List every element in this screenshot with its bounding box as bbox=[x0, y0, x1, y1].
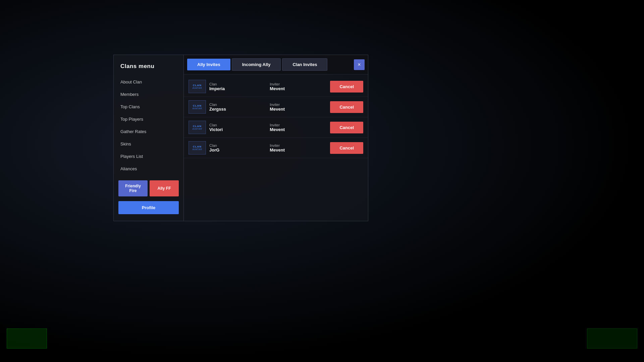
clan-avatar-text-avatar-4: AVATAR bbox=[193, 148, 202, 150]
clan-row: CLAN AVATAR Clan Zergsss Inviter Mevent … bbox=[184, 97, 368, 117]
friendly-fire-button[interactable]: Friendly Fire bbox=[118, 180, 148, 196]
inviter-info-4: Inviter Mevent bbox=[270, 143, 327, 153]
inviter-label-4: Inviter bbox=[270, 143, 327, 147]
clan-avatar-text-avatar-1: AVATAR bbox=[193, 87, 202, 89]
clan-avatar-text-avatar-3: AVATAR bbox=[193, 128, 202, 130]
close-button[interactable]: × bbox=[354, 59, 365, 70]
clan-info-3: Clan Victori bbox=[209, 123, 266, 132]
sidebar-item-about-clan[interactable]: About Clan bbox=[114, 76, 183, 88]
sidebar-item-top-players[interactable]: Top Players bbox=[114, 113, 183, 125]
sidebar-toggle-buttons: Friendly Fire Ally FF bbox=[114, 175, 183, 200]
inviter-label-1: Inviter bbox=[270, 82, 327, 86]
sidebar-item-aliances[interactable]: Aliances bbox=[114, 163, 183, 175]
sidebar: Clans menu About Clan Members Top Clans … bbox=[113, 55, 184, 221]
clan-info-name-4: JorG bbox=[209, 147, 266, 153]
inviter-name-2: Mevent bbox=[270, 107, 327, 112]
main-panel: Ally Invites Incoming Ally Clan Invites … bbox=[184, 55, 368, 221]
inviter-info-3: Inviter Mevent bbox=[270, 123, 327, 132]
clan-info-name-3: Victori bbox=[209, 127, 266, 132]
inviter-name-4: Mevent bbox=[270, 147, 327, 153]
inviter-label-2: Inviter bbox=[270, 103, 327, 107]
clan-avatar-text-clan-4: CLAN bbox=[193, 145, 202, 148]
clans-modal: Clans menu About Clan Members Top Clans … bbox=[113, 55, 368, 221]
content-area: CLAN AVATAR Clan Imperia Inviter Mevent … bbox=[184, 74, 368, 221]
clan-row: CLAN AVATAR Clan Imperia Inviter Mevent … bbox=[184, 76, 368, 97]
clan-info-4: Clan JorG bbox=[209, 143, 266, 153]
clan-row: CLAN AVATAR Clan Victori Inviter Mevent … bbox=[184, 117, 368, 138]
tab-clan-invites[interactable]: Clan Invites bbox=[282, 58, 327, 71]
tabs-header: Ally Invites Incoming Ally Clan Invites … bbox=[184, 55, 368, 74]
cancel-button-2[interactable]: Cancel bbox=[330, 101, 363, 113]
sidebar-item-members[interactable]: Members bbox=[114, 88, 183, 101]
tab-incoming-ally[interactable]: Incoming Ally bbox=[232, 58, 281, 71]
cancel-button-3[interactable]: Cancel bbox=[330, 122, 363, 133]
cancel-button-1[interactable]: Cancel bbox=[330, 81, 363, 93]
clan-avatar-4: CLAN AVATAR bbox=[189, 141, 206, 155]
sidebar-title: Clans menu bbox=[114, 62, 183, 76]
clan-avatar-3: CLAN AVATAR bbox=[189, 121, 206, 134]
inviter-info-1: Inviter Mevent bbox=[270, 82, 327, 91]
clan-info-label-4: Clan bbox=[209, 143, 266, 147]
tab-ally-invites[interactable]: Ally Invites bbox=[187, 59, 230, 70]
sidebar-item-gather-rates[interactable]: Gather Rates bbox=[114, 125, 183, 138]
bottom-right-hud bbox=[587, 328, 637, 349]
clan-avatar-text-clan-2: CLAN bbox=[193, 104, 202, 107]
clan-info-label-3: Clan bbox=[209, 123, 266, 127]
clan-avatar-1: CLAN AVATAR bbox=[189, 80, 206, 93]
sidebar-item-top-clans[interactable]: Top Clans bbox=[114, 101, 183, 113]
inviter-info-2: Inviter Mevent bbox=[270, 103, 327, 112]
clan-info-2: Clan Zergsss bbox=[209, 103, 266, 112]
clan-info-1: Clan Imperia bbox=[209, 82, 266, 91]
clan-info-name-2: Zergsss bbox=[209, 107, 266, 112]
clan-avatar-2: CLAN AVATAR bbox=[189, 100, 206, 114]
clan-info-label-1: Clan bbox=[209, 82, 266, 86]
inviter-name-3: Mevent bbox=[270, 127, 327, 132]
profile-button[interactable]: Profile bbox=[118, 201, 179, 214]
cancel-button-4[interactable]: Cancel bbox=[330, 142, 363, 154]
clan-row: CLAN AVATAR Clan JorG Inviter Mevent Can… bbox=[184, 138, 368, 158]
clan-avatar-text-avatar-2: AVATAR bbox=[193, 107, 202, 110]
clan-info-name-1: Imperia bbox=[209, 86, 266, 91]
clan-info-label-2: Clan bbox=[209, 103, 266, 107]
bottom-left-hud bbox=[7, 328, 47, 349]
clan-avatar-text-clan-1: CLAN bbox=[193, 84, 202, 87]
inviter-label-3: Inviter bbox=[270, 123, 327, 127]
inviter-name-1: Mevent bbox=[270, 86, 327, 91]
sidebar-item-players-list[interactable]: Players List bbox=[114, 150, 183, 163]
sidebar-item-skins[interactable]: Skins bbox=[114, 138, 183, 150]
clan-avatar-text-clan-3: CLAN bbox=[193, 125, 202, 128]
ally-ff-button[interactable]: Ally FF bbox=[150, 180, 179, 196]
